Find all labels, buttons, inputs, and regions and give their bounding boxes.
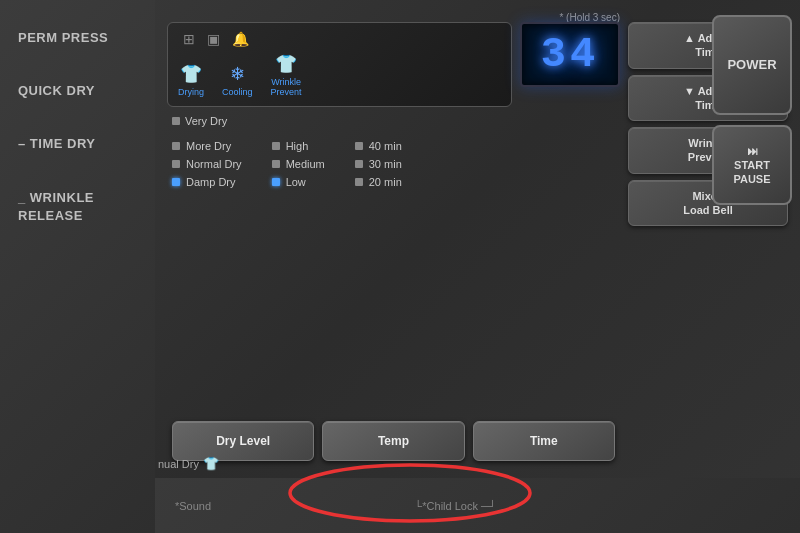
medium-item: Medium xyxy=(272,158,325,170)
left-label-wrinkle-release: _ WRINKLERELEASE xyxy=(0,189,155,225)
appliance-panel: * (Hold 3 sec) PERM PRESS QUICK DRY – TI… xyxy=(0,0,800,533)
medium-dot xyxy=(272,160,280,168)
30min-text: 30 min xyxy=(369,158,402,170)
icon-box: ▣ xyxy=(207,31,220,47)
cooling-icon: ❄ xyxy=(230,63,245,85)
dryness-column: More Dry Normal Dry Damp Dry xyxy=(172,140,242,400)
20min-text: 20 min xyxy=(369,176,402,188)
digital-display: 34 xyxy=(520,22,620,87)
indicator-row: 👕 Drying ❄ Cooling 👕 WrinklePrevent xyxy=(178,53,501,98)
indicator-cooling: ❄ Cooling xyxy=(222,63,253,98)
high-text: High xyxy=(286,140,309,152)
damp-dry-text: Damp Dry xyxy=(186,176,236,188)
status-panel: ⊞ ▣ 🔔 👕 Drying ❄ Cooling xyxy=(167,22,512,107)
30min-dot xyxy=(355,160,363,168)
20min-item: 20 min xyxy=(355,176,402,188)
low-text: Low xyxy=(286,176,306,188)
manual-dry-icon: 👕 xyxy=(203,456,219,471)
low-dot xyxy=(272,178,280,186)
low-item: Low xyxy=(272,176,325,188)
wrinkle-label: WrinklePrevent xyxy=(271,78,302,98)
start-pause-button[interactable]: ⏭ START PAUSE xyxy=(712,125,792,205)
top-row: ⊞ ▣ 🔔 👕 Drying ❄ Cooling xyxy=(167,22,620,107)
20min-dot xyxy=(355,178,363,186)
dry-level-button[interactable]: Dry Level xyxy=(172,421,314,461)
high-dot xyxy=(272,142,280,150)
manual-dry-label: nual Dry 👕 xyxy=(158,456,219,471)
indicator-wrinkle-prevent: 👕 WrinklePrevent xyxy=(271,53,302,98)
left-label-perm-press: PERM PRESS xyxy=(0,30,155,45)
damp-dry-item: Damp Dry xyxy=(172,176,242,188)
left-label-quick-dry: QUICK DRY xyxy=(0,83,155,98)
cooling-label: Cooling xyxy=(222,88,253,98)
icon-row-top: ⊞ ▣ 🔔 xyxy=(178,31,501,47)
time-button[interactable]: Time xyxy=(473,421,615,461)
left-labels: PERM PRESS QUICK DRY – TIME DRY _ WRINKL… xyxy=(0,0,155,533)
icon-bell: 🔔 xyxy=(232,31,249,47)
drying-label: Drying xyxy=(178,88,204,98)
40min-dot xyxy=(355,142,363,150)
bottom-buttons: Dry Level Temp Time xyxy=(167,421,620,461)
left-label-time-dry: – TIME DRY xyxy=(0,136,155,151)
wrinkle-icon: 👕 xyxy=(275,53,297,75)
damp-dry-dot xyxy=(172,178,180,186)
medium-text: Medium xyxy=(286,158,325,170)
temp-button[interactable]: Temp xyxy=(322,421,464,461)
more-dry-item: More Dry xyxy=(172,140,242,152)
power-button[interactable]: POWER xyxy=(712,15,792,115)
main-control-area: ⊞ ▣ 🔔 👕 Drying ❄ Cooling xyxy=(155,10,800,473)
footer-bar: *Sound └*Child Lock ─┘ xyxy=(155,478,800,533)
very-dry-dot xyxy=(172,117,180,125)
normal-dry-item: Normal Dry xyxy=(172,158,242,170)
child-lock-label: └*Child Lock ─┘ xyxy=(415,500,497,512)
settings-grid: More Dry Normal Dry Damp Dry Hi xyxy=(167,135,620,405)
very-dry-row: Very Dry xyxy=(167,115,620,127)
very-dry-text: Very Dry xyxy=(185,115,227,127)
drying-icon: 👕 xyxy=(180,63,202,85)
40min-text: 40 min xyxy=(369,140,402,152)
high-item: High xyxy=(272,140,325,152)
left-content: ⊞ ▣ 🔔 👕 Drying ❄ Cooling xyxy=(167,22,620,461)
display-number: 34 xyxy=(541,31,599,79)
more-dry-text: More Dry xyxy=(186,140,231,152)
icon-grid: ⊞ xyxy=(183,31,195,47)
normal-dry-text: Normal Dry xyxy=(186,158,242,170)
more-dry-dot xyxy=(172,142,180,150)
40min-item: 40 min xyxy=(355,140,402,152)
manual-dry-text: nual Dry xyxy=(158,458,199,470)
temp-column: High Medium Low xyxy=(272,140,325,400)
sound-label: *Sound xyxy=(175,500,211,512)
30min-item: 30 min xyxy=(355,158,402,170)
time-column: 40 min 30 min 20 min xyxy=(355,140,402,400)
normal-dry-dot xyxy=(172,160,180,168)
indicator-drying: 👕 Drying xyxy=(178,63,204,98)
